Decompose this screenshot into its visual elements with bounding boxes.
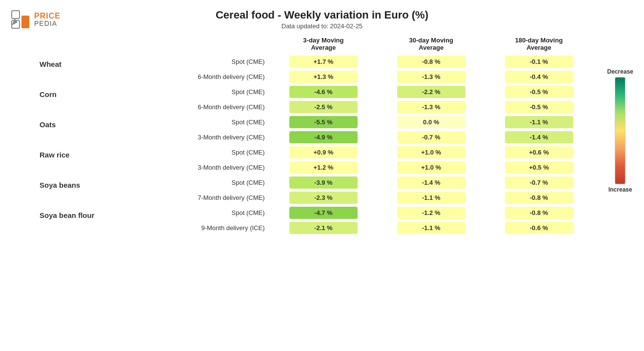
title-section: Cereal food - Weekly variation in Euro (…: [216, 9, 428, 30]
data-cell-0-2: -0.1 %: [485, 54, 593, 69]
commodity-cell-8: Soya beans: [37, 175, 153, 190]
cell-value-0-2: -0.1 %: [505, 56, 573, 68]
col-header-180day: 180-day MovingAverage: [485, 34, 593, 54]
data-cell-9-2: -0.8 %: [485, 190, 593, 205]
row-label-11: 9-Month delivery (ICE): [153, 220, 270, 235]
data-cell-2-2: -0.5 %: [485, 84, 593, 99]
cell-value-2-0: -4.6 %: [289, 86, 358, 98]
sub-title: Data updated to: 2024-02-25: [216, 22, 428, 30]
row-label-8: Spot (CME): [153, 175, 270, 190]
col-header-30day: 30-day MovingAverage: [377, 34, 485, 54]
cell-value-7-2: +0.5 %: [505, 161, 573, 174]
data-cell-7-1: +1.0 %: [377, 160, 485, 175]
commodity-cell-5: [37, 130, 153, 145]
cell-value-1-0: +1.3 %: [289, 71, 358, 83]
cell-value-4-2: -1.1 %: [505, 116, 573, 128]
color-legend: Decrease Increase: [607, 68, 633, 193]
data-cell-2-1: -2.2 %: [377, 84, 485, 99]
cell-value-11-2: -0.6 %: [505, 222, 573, 234]
commodity-cell-6: Raw rice: [37, 145, 153, 160]
cell-value-5-2: -1.4 %: [505, 131, 573, 143]
cell-value-9-2: -0.8 %: [505, 192, 573, 204]
logo-pedia: PEDIA: [34, 20, 60, 27]
data-cell-11-0: -2.1 %: [269, 220, 377, 235]
svg-marker-3: [12, 19, 18, 25]
commodity-cell-7: [37, 160, 153, 175]
commodity-cell-9: [37, 190, 153, 205]
data-cell-4-1: 0.0 %: [377, 115, 485, 130]
data-cell-10-1: -1.2 %: [377, 205, 485, 220]
logo-icon: [10, 9, 31, 30]
cell-value-11-1: -1.1 %: [397, 222, 465, 234]
data-cell-6-2: +0.6 %: [485, 145, 593, 160]
data-cell-3-0: -2.5 %: [269, 99, 377, 115]
row-label-4: Spot (CME): [153, 115, 270, 130]
row-label-2: Spot (CME): [153, 84, 270, 99]
data-cell-5-2: -1.4 %: [485, 130, 593, 145]
cell-value-9-0: -2.3 %: [289, 192, 358, 204]
data-cell-2-0: -4.6 %: [269, 84, 377, 99]
data-cell-10-0: -4.7 %: [269, 205, 377, 220]
col-header-label: [153, 34, 270, 54]
cell-value-8-1: -1.4 %: [397, 176, 465, 189]
data-cell-1-0: +1.3 %: [269, 69, 377, 84]
commodity-cell-0: Wheat: [37, 54, 153, 69]
cell-value-5-0: -4.9 %: [289, 131, 358, 143]
cell-value-9-1: -1.1 %: [397, 192, 465, 204]
main-title: Cereal food - Weekly variation in Euro (…: [216, 9, 428, 21]
cell-value-3-1: -1.3 %: [397, 101, 465, 113]
data-cell-7-2: +0.5 %: [485, 160, 593, 175]
data-cell-10-2: -0.8 %: [485, 205, 593, 220]
legend-increase-label: Increase: [608, 186, 632, 193]
legend-decrease-label: Decrease: [607, 68, 633, 75]
svg-rect-2: [21, 16, 29, 28]
data-cell-8-1: -1.4 %: [377, 175, 485, 190]
data-cell-11-1: -1.1 %: [377, 220, 485, 235]
cell-value-8-0: -3.9 %: [289, 176, 358, 189]
commodity-cell-10: Soya bean flour: [37, 205, 153, 220]
data-cell-5-0: -4.9 %: [269, 130, 377, 145]
cell-value-1-2: -0.4 %: [505, 71, 573, 83]
cell-value-8-2: -0.7 %: [505, 176, 573, 189]
cell-value-6-1: +1.0 %: [397, 146, 465, 158]
row-label-5: 3-Month delivery (CME): [153, 130, 270, 145]
row-label-7: 3-Month delivery (CME): [153, 160, 270, 175]
cell-value-7-1: +1.0 %: [397, 161, 465, 174]
commodity-cell-4: Oats: [37, 115, 153, 130]
data-cell-6-1: +1.0 %: [377, 145, 485, 160]
commodity-cell-11: [37, 220, 153, 235]
cell-value-2-1: -2.2 %: [397, 86, 465, 98]
row-label-1: 6-Month delivery (CME): [153, 69, 270, 84]
data-cell-9-0: -2.3 %: [269, 190, 377, 205]
legend-gradient: [615, 77, 625, 184]
data-cell-1-1: -1.3 %: [377, 69, 485, 84]
cell-value-10-0: -4.7 %: [289, 207, 358, 219]
row-label-9: 7-Month delivery (CME): [153, 190, 270, 205]
col-header-commodity: [37, 34, 153, 54]
row-label-0: Spot (CME): [153, 54, 270, 69]
cell-value-4-0: -5.5 %: [289, 116, 358, 128]
logo: PRICE PEDIA: [10, 9, 60, 30]
row-label-6: Spot (CME): [153, 145, 270, 160]
data-cell-7-0: +1.2 %: [269, 160, 377, 175]
cell-value-1-1: -1.3 %: [397, 71, 465, 83]
table-wrapper: 3-day MovingAverage 30-day MovingAverage…: [37, 34, 593, 235]
row-label-10: Spot (CME): [153, 205, 270, 220]
data-cell-0-0: +1.7 %: [269, 54, 377, 69]
cell-value-3-2: -0.5 %: [505, 101, 573, 113]
cell-value-4-1: 0.0 %: [397, 116, 465, 128]
page-container: PRICE PEDIA Decrease Increase Cereal foo…: [0, 0, 644, 351]
logo-text: PRICE PEDIA: [34, 12, 60, 28]
cell-value-10-2: -0.8 %: [505, 207, 573, 219]
cell-value-2-2: -0.5 %: [505, 86, 573, 98]
cell-value-7-0: +1.2 %: [289, 161, 358, 174]
cell-value-11-0: -2.1 %: [289, 222, 358, 234]
cell-value-3-0: -2.5 %: [289, 101, 358, 113]
data-cell-3-1: -1.3 %: [377, 99, 485, 115]
cell-value-6-0: +0.9 %: [289, 146, 358, 158]
data-table: 3-day MovingAverage 30-day MovingAverage…: [37, 34, 593, 235]
data-cell-6-0: +0.9 %: [269, 145, 377, 160]
commodity-cell-2: Corn: [37, 84, 153, 99]
data-cell-8-0: -3.9 %: [269, 175, 377, 190]
data-cell-1-2: -0.4 %: [485, 69, 593, 84]
